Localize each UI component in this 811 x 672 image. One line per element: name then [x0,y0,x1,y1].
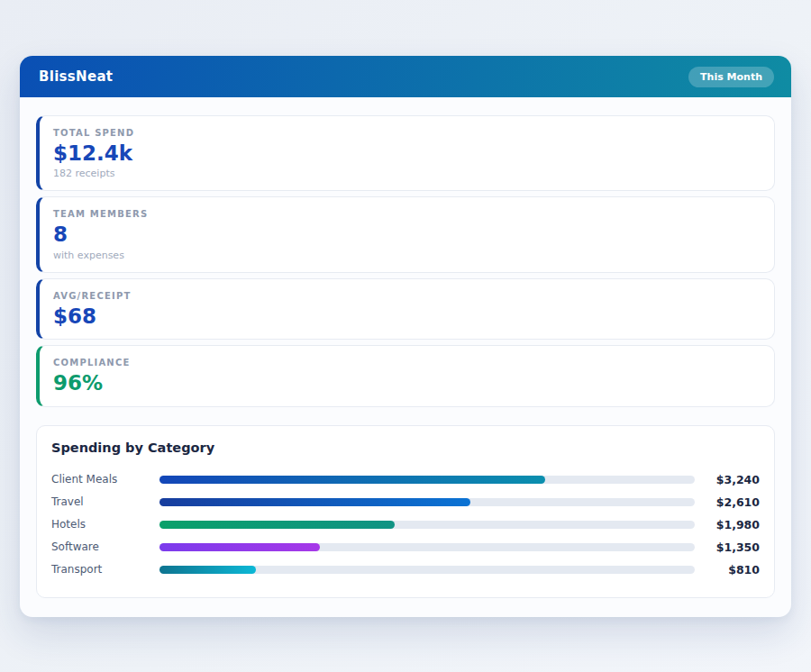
stat-card-team-members: TEAM MEMBERS8with expenses [36,196,775,272]
bar-fill [159,566,256,574]
category-label: Client Meals [51,473,159,486]
category-label: Travel [51,495,159,508]
stat-label: COMPLIANCE [53,358,760,368]
stat-subtext: 182 receipts [53,168,760,179]
stat-card-compliance: COMPLIANCE96% [36,345,775,406]
stat-subtext: with expenses [53,250,760,261]
app-header: BlissNeat This Month [20,56,791,97]
dashboard-content: TOTAL SPEND$12.4k182 receiptsTEAM MEMBER… [20,97,791,614]
stat-card-avg-receipt: AVG/RECEIPT$68 [36,278,775,340]
spending-row: Hotels$1,980 [51,513,760,536]
spending-by-category-card: Spending by Category Client Meals$3,240T… [36,425,775,598]
stat-value: $68 [53,304,760,328]
spending-rows: Client Meals$3,240Travel$2,610Hotels$1,9… [51,468,760,581]
stats-list: TOTAL SPEND$12.4k182 receiptsTEAM MEMBER… [36,115,775,407]
bar-track [159,476,695,484]
stat-label: TOTAL SPEND [53,128,760,138]
category-value: $1,350 [695,540,760,554]
bar-fill [159,543,320,551]
category-label: Software [51,540,159,553]
category-value: $2,610 [695,495,760,509]
dashboard-window: BlissNeat This Month TOTAL SPEND$12.4k18… [20,56,791,617]
spending-row: Software$1,350 [51,536,760,558]
spending-card-title: Spending by Category [51,440,760,455]
stat-label: AVG/RECEIPT [53,291,760,301]
period-badge[interactable]: This Month [688,67,774,87]
bar-track [159,566,695,574]
stat-value: 96% [53,371,760,395]
stat-label: TEAM MEMBERS [53,209,760,219]
spending-row: Travel$2,610 [51,491,760,513]
bar-fill [159,498,470,506]
spending-row: Client Meals$3,240 [51,468,760,491]
stat-value: $12.4k [53,141,760,165]
category-value: $810 [695,563,760,577]
bar-fill [159,521,395,529]
stat-card-total-spend: TOTAL SPEND$12.4k182 receipts [36,115,775,191]
bar-track [159,521,695,529]
category-label: Hotels [51,518,159,531]
app-title: BlissNeat [39,68,113,85]
category-label: Transport [51,563,159,576]
bar-fill [159,476,545,484]
stat-value: 8 [53,222,760,246]
category-value: $1,980 [695,518,760,531]
spending-row: Transport$810 [51,558,760,581]
category-value: $3,240 [695,473,760,486]
bar-track [159,543,695,551]
bar-track [159,498,695,506]
